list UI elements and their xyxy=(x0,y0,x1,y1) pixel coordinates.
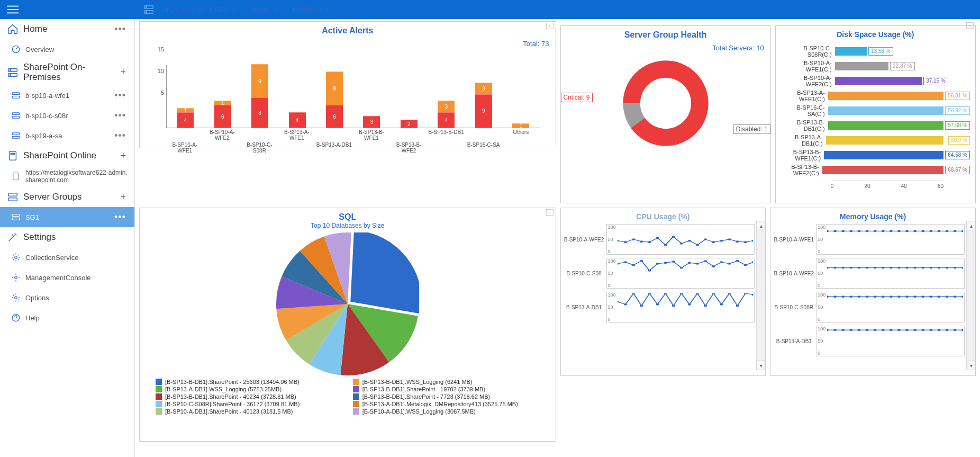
svg-point-151 xyxy=(954,329,957,331)
sidebar-home[interactable]: Home ••• xyxy=(0,19,134,39)
spark-y50: 50 xyxy=(608,271,613,276)
mem-scrollbar[interactable]: ▴ ▾ xyxy=(966,221,975,370)
svg-point-68 xyxy=(656,303,659,306)
crumb-dashboard[interactable]: Dashboard xyxy=(293,5,329,14)
svg-point-21 xyxy=(15,256,17,259)
legend-text: [B-SP10-A-DB1].SharePoint - 40123 (3181.… xyxy=(165,408,293,415)
bar-red: 4 xyxy=(289,112,306,128)
cloud-icon xyxy=(6,149,19,162)
server-0-more[interactable]: ••• xyxy=(112,90,128,101)
svg-point-127 xyxy=(905,295,909,298)
svg-point-36 xyxy=(688,240,691,242)
svg-point-141 xyxy=(874,329,877,331)
svg-point-95 xyxy=(938,230,941,232)
disk-label: B-SP10-C-S08R(C:) xyxy=(780,45,835,58)
breadcrumb: Server Groups-> SG1 ▾ → Views ▾ → Dashbo… xyxy=(134,0,980,19)
spark-y50: 50 xyxy=(818,304,823,310)
disk-value: 13.56 % xyxy=(868,47,893,56)
scroll-up-button[interactable]: ▴ xyxy=(967,221,975,230)
spark-label: B-SP13-A-DB1 xyxy=(772,338,816,344)
svg-point-98 xyxy=(961,230,963,232)
scroll-down-button[interactable]: ▾ xyxy=(757,361,765,370)
svg-rect-19 xyxy=(12,214,20,217)
panel-max-button[interactable]: ▫ xyxy=(546,209,553,216)
svg-point-58 xyxy=(720,261,723,263)
svg-point-100 xyxy=(833,267,837,269)
bar-orange: 1 xyxy=(177,108,194,112)
spark-y0: 0 xyxy=(818,283,820,288)
svg-point-156 xyxy=(146,12,147,13)
spark-y100: 100 xyxy=(608,225,616,230)
sg1-more[interactable]: ••• xyxy=(112,212,128,223)
svg-rect-1 xyxy=(7,9,19,10)
panel-memory: Memory Usage (%) B-SP10-A-WFE1100500B-SP… xyxy=(770,208,976,376)
svg-point-32 xyxy=(656,237,659,239)
svg-rect-13 xyxy=(12,137,20,139)
svg-point-140 xyxy=(866,329,869,331)
add-server-group-button[interactable]: + xyxy=(118,192,128,203)
spark-y0: 0 xyxy=(818,249,820,254)
spark-label: B-SP10-A-WFE2 xyxy=(562,237,606,243)
ytick xyxy=(150,111,164,118)
scroll-up-button[interactable]: ▴ xyxy=(757,221,765,230)
bar-red: 8 xyxy=(251,97,268,128)
cpu-scroll: B-SP10-A-WFE2100500B-SP10-C-S08100500B-S… xyxy=(561,221,766,370)
spark-plot: 100500 xyxy=(606,258,755,289)
server-1-more[interactable]: ••• xyxy=(112,110,128,121)
arrow-icon: → xyxy=(240,5,247,14)
svg-point-91 xyxy=(905,230,909,232)
scroll-down-button[interactable]: ▾ xyxy=(967,361,975,370)
health-disabled-label: Disabled: 1 xyxy=(733,124,770,134)
svg-point-152 xyxy=(961,329,963,331)
svg-point-41 xyxy=(728,238,731,240)
svg-point-74 xyxy=(704,305,707,307)
spark-y100: 100 xyxy=(818,292,825,298)
spark-row: B-SP13-A-DB1100500 xyxy=(562,292,755,322)
sidebar-mgmt[interactable]: ManagementConsole xyxy=(0,267,134,288)
disk-value: 60.9 % xyxy=(948,136,970,145)
svg-point-90 xyxy=(897,230,901,232)
bar-orange: 1 xyxy=(214,101,231,105)
sidebar-server-0[interactable]: b-sp10-a-wfe1••• xyxy=(0,85,134,105)
server-2-more[interactable]: ••• xyxy=(112,130,128,141)
crumb-group[interactable]: Server Groups-> SG1 ▾ xyxy=(158,5,235,14)
server-groups-label: Server Groups xyxy=(23,192,118,202)
sidebar-sg1[interactable]: SG1••• xyxy=(0,207,134,227)
sidebar-options[interactable]: Options xyxy=(0,288,134,308)
sidebar-help[interactable]: Help xyxy=(0,308,134,328)
disk-value: 37.15 % xyxy=(923,77,948,85)
crumb-views[interactable]: Views ▾ xyxy=(251,5,277,14)
svg-point-84 xyxy=(850,230,853,232)
sidebar-server-2[interactable]: b-sp19-a-sa••• xyxy=(0,126,134,146)
svg-point-112 xyxy=(930,267,933,269)
add-onprem-button[interactable]: + xyxy=(118,67,128,78)
sidebar-sharepoint-online[interactable]: SharePoint Online + xyxy=(0,146,134,166)
svg-point-43 xyxy=(743,241,747,243)
panel-max-button[interactable]: ▫ xyxy=(966,22,974,29)
sidebar-online-site[interactable]: https://metalogixsoftware622-admin.share… xyxy=(0,166,134,187)
gear-icon xyxy=(11,272,21,283)
sidebar-settings[interactable]: Settings xyxy=(0,227,134,247)
menu-toggle-button[interactable] xyxy=(0,0,25,19)
sidebar-overview[interactable]: Overview xyxy=(0,39,134,59)
svg-rect-9 xyxy=(12,96,20,98)
sidebar-collection[interactable]: CollectionService xyxy=(0,247,134,267)
svg-point-143 xyxy=(890,329,893,331)
health-donut: Critical: 9 Disabled: 1 xyxy=(561,40,770,167)
sidebar-server-1[interactable]: b-sp10-c-s08r••• xyxy=(0,105,134,126)
panel-max-button[interactable]: ▫ xyxy=(546,23,553,29)
add-online-button[interactable]: + xyxy=(118,150,128,162)
svg-point-131 xyxy=(938,295,941,298)
svg-point-22 xyxy=(15,276,17,279)
settings-icon xyxy=(6,231,19,244)
svg-point-122 xyxy=(866,295,869,298)
svg-point-66 xyxy=(640,305,643,307)
cpu-scrollbar[interactable]: ▴ ▾ xyxy=(756,221,765,370)
sidebar-sharepoint-onprem[interactable]: SharePoint On-Premises + xyxy=(0,59,134,85)
disk-bar: 56.92 % xyxy=(828,106,943,115)
server-group-icon xyxy=(6,191,19,203)
health-title: Server Group Health xyxy=(561,26,770,40)
svg-point-116 xyxy=(961,267,963,269)
sidebar-server-groups[interactable]: Server Groups + xyxy=(0,187,134,207)
home-more-button[interactable]: ••• xyxy=(112,24,128,35)
